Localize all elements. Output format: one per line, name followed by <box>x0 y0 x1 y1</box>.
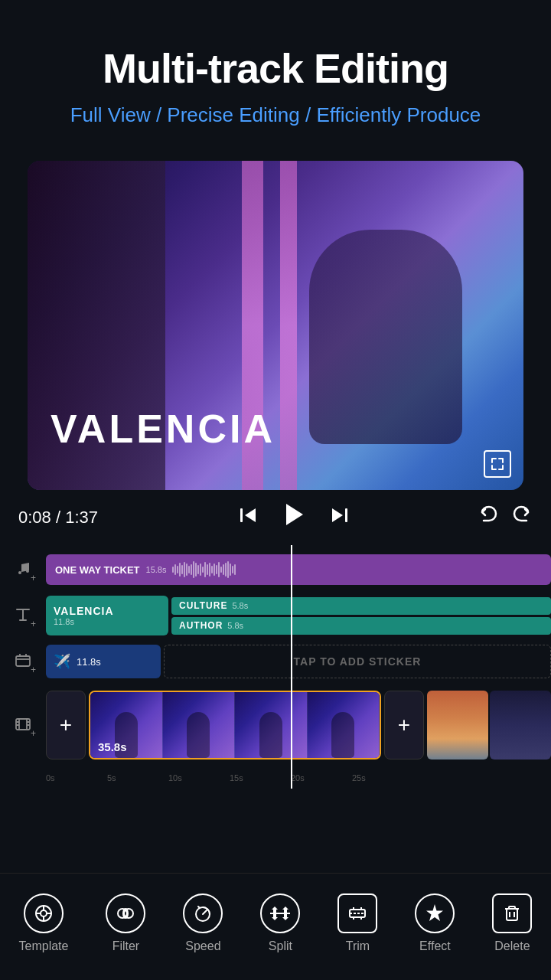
redo-button[interactable] <box>511 505 533 531</box>
text-track-icon[interactable]: + <box>0 606 46 626</box>
text-clips-right: CULTURE 5.8s AUTHOR 5.8s <box>171 597 551 635</box>
video-frame-3 <box>235 692 308 758</box>
audio-track-content: ONE WAY TICKET 15.8s <box>46 554 551 585</box>
video-track-icon[interactable]: + <box>0 715 46 736</box>
template-label: Template <box>19 939 69 953</box>
controls-right <box>478 505 533 531</box>
film-icon: + <box>15 715 31 736</box>
effect-icon <box>415 893 455 933</box>
speed-icon <box>183 893 223 933</box>
text-clip-culture-duration: 5.8s <box>232 601 248 610</box>
sub-title: Full View / Precise Editing / Efficientl… <box>31 103 520 127</box>
add-video-button-left[interactable]: + <box>46 691 86 760</box>
audio-waveform <box>172 561 542 578</box>
ruler-mark-5: 5s <box>107 773 116 782</box>
add-sticker-button[interactable]: TAP TO ADD STICKER <box>164 645 551 678</box>
sticker-clip[interactable]: ✈️ 11.8s <box>46 645 161 678</box>
video-background: VALENCIA <box>28 161 523 490</box>
svg-rect-0 <box>240 508 243 522</box>
ruler-marks: 0s 5s 10s 15s 20s 25s <box>46 767 551 786</box>
video-track-row: + + <box>0 683 551 767</box>
ruler-mark-15: 15s <box>230 773 243 782</box>
add-video-plus-icon: + <box>60 713 72 737</box>
filter-label: Filter <box>112 939 140 953</box>
video-frame-2 <box>163 692 236 758</box>
bottom-navigation: Template Filter Speed <box>0 873 551 980</box>
svg-rect-3 <box>345 508 347 522</box>
play-button[interactable] <box>280 501 308 534</box>
timeline: + ONE WAY TICKET 15.8s <box>0 545 551 789</box>
text-clip-author[interactable]: AUTHOR 5.8s <box>171 617 551 635</box>
video-track-content: + <box>46 691 551 760</box>
add-video-plus-label: + <box>31 728 36 739</box>
video-overlay-title: VALENCIA <box>51 406 276 452</box>
sticker-track-row: + ✈️ 11.8s TAP TO ADD STICKER <box>0 640 551 683</box>
add-video-button-right[interactable]: + <box>384 691 424 760</box>
skip-forward-button[interactable] <box>329 505 350 531</box>
add-right-plus-icon: + <box>398 713 410 737</box>
effect-label: Effect <box>419 939 451 953</box>
video-clip-dark[interactable] <box>490 691 551 760</box>
nav-trim[interactable]: Trim <box>337 893 377 953</box>
video-clip-main[interactable]: 35.8s <box>89 691 381 760</box>
svg-marker-4 <box>332 508 343 522</box>
skip-back-button[interactable] <box>237 505 259 531</box>
svg-marker-23 <box>426 904 443 921</box>
text-track-row: + VALENCIA 11.8s CULTURE 5.8s AUTHOR 5.8… <box>0 591 551 640</box>
add-sticker-label: TAP TO ADD STICKER <box>294 655 422 668</box>
controls-center <box>110 501 478 534</box>
template-icon <box>24 893 64 933</box>
audio-clip[interactable]: ONE WAY TICKET 15.8s <box>46 554 551 585</box>
add-text-plus: + <box>31 619 36 629</box>
nav-speed[interactable]: Speed <box>183 893 223 953</box>
main-title: Multi-track Editing <box>31 46 520 91</box>
svg-line-19 <box>203 910 207 914</box>
person-silhouette <box>309 230 462 444</box>
add-sticker-plus: + <box>31 665 36 675</box>
sticker-track-icon[interactable]: + <box>0 652 46 672</box>
nav-filter[interactable]: Filter <box>106 893 145 953</box>
svg-marker-1 <box>245 508 256 522</box>
ruler-mark-10: 10s <box>168 773 182 782</box>
nav-effect[interactable]: Effect <box>415 893 455 953</box>
trim-label: Trim <box>346 939 370 953</box>
filter-icon <box>106 893 145 933</box>
sticker-duration: 11.8s <box>77 656 101 668</box>
video-frame-4 <box>308 692 380 758</box>
sticker-emoji: ✈️ <box>54 653 70 670</box>
audio-track-row: + ONE WAY TICKET 15.8s <box>0 548 551 591</box>
svg-rect-8 <box>16 719 30 730</box>
nav-delete[interactable]: Delete <box>492 893 532 953</box>
timeline-ruler: 0s 5s 10s 15s 20s 25s <box>0 767 551 786</box>
svg-rect-7 <box>16 656 30 666</box>
sticker-icon: + <box>15 652 31 672</box>
text-clip-author-label: AUTHOR <box>179 620 223 631</box>
video-frames <box>90 692 380 758</box>
text-clip-author-duration: 5.8s <box>227 621 243 630</box>
delete-icon <box>492 893 532 933</box>
video-clip-duration: 35.8s <box>98 740 127 753</box>
text-clip-main[interactable]: VALENCIA 11.8s <box>46 596 168 635</box>
audio-track-icon[interactable]: + <box>0 560 46 580</box>
text-clip-culture-label: CULTURE <box>179 600 227 611</box>
video-clip-beach[interactable] <box>427 691 488 760</box>
split-icon <box>260 893 300 933</box>
extra-video-clips <box>427 691 551 760</box>
music-icon: + <box>15 560 31 580</box>
svg-line-20 <box>198 906 200 908</box>
text-icon: + <box>15 606 31 626</box>
text-clip-culture[interactable]: CULTURE 5.8s <box>171 597 551 615</box>
fullscreen-button[interactable] <box>484 450 511 478</box>
text-clip-main-duration: 11.8s <box>54 617 161 626</box>
timeline-container: + ONE WAY TICKET 15.8s <box>0 545 551 789</box>
ruler-mark-0: 0s <box>46 773 55 782</box>
audio-clip-duration: 15.8s <box>146 565 167 574</box>
svg-point-5 <box>18 571 21 574</box>
speed-label: Speed <box>185 939 220 953</box>
nav-template[interactable]: Template <box>19 893 69 953</box>
nav-split[interactable]: Split <box>260 893 300 953</box>
split-label: Split <box>269 939 292 953</box>
svg-marker-2 <box>286 504 303 525</box>
trim-icon <box>337 893 377 933</box>
undo-button[interactable] <box>478 505 499 531</box>
